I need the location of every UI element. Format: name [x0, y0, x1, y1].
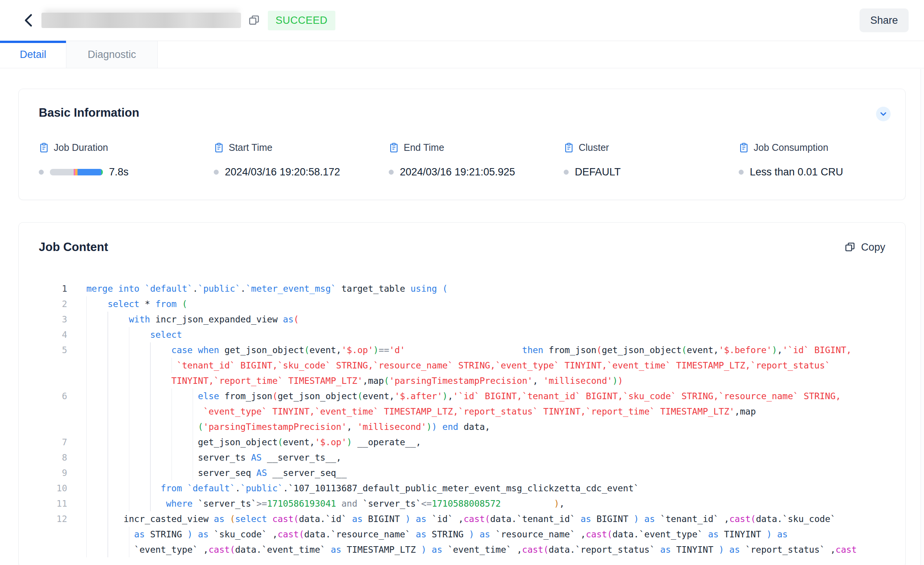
code-line: 2select * from (	[39, 296, 885, 312]
field-label: Job Consumption	[754, 142, 828, 153]
copy-icon	[844, 241, 856, 253]
line-number: 1	[39, 281, 67, 296]
line-number: 9	[39, 465, 67, 481]
tab-diagnostic[interactable]: Diagnostic	[66, 41, 158, 68]
duration-bar-segment	[50, 169, 74, 175]
copy-code-button[interactable]: Copy	[844, 241, 885, 253]
code-line: 7get_json_object(event,'$.op') __operate…	[39, 434, 885, 450]
chevron-down-icon	[879, 110, 887, 118]
indent-guides	[86, 542, 134, 557]
code-line: 8server_ts AS __server_ts__,	[39, 450, 885, 465]
indent-guides	[86, 373, 172, 388]
duration-bar-segment	[101, 169, 103, 175]
status-badge: SUCCEED	[268, 11, 335, 30]
copy-icon	[248, 14, 260, 26]
line-number: 6	[39, 388, 67, 404]
line-number	[39, 358, 67, 373]
indent-guides	[86, 419, 198, 434]
clipboard-icon	[564, 142, 574, 153]
page-scrollbar[interactable]	[921, 69, 924, 565]
field-end-time: End Time 2024/03/16 19:21:05.925	[389, 142, 564, 178]
copy-job-name-button[interactable]	[248, 14, 260, 26]
indent-guides	[86, 527, 134, 542]
basic-information-card: Basic Information Job Duration	[18, 89, 906, 200]
indent-guides	[86, 450, 198, 465]
field-value: Less than 0.01 CRU	[750, 166, 843, 178]
code-line: 6else from_json(get_json_object(event,'$…	[39, 388, 885, 404]
field-label: Job Duration	[54, 142, 108, 153]
code-line: 11where `server_ts`>=1710586193041 and `…	[39, 496, 885, 511]
bullet-dot	[389, 170, 394, 175]
indent-guides	[86, 327, 150, 342]
line-number	[39, 542, 67, 557]
code-line: `tenant_id` BIGINT,`sku_code` STRING,`re…	[39, 358, 885, 373]
line-number: 12	[39, 511, 67, 527]
line-number: 5	[39, 342, 67, 358]
line-number: 11	[39, 496, 67, 511]
clipboard-icon	[739, 142, 749, 153]
sql-code-editor[interactable]: 1merge into `default`.`public`.`meter_ev…	[39, 281, 885, 557]
bullet-dot	[564, 170, 569, 175]
tab-detail[interactable]: Detail	[0, 41, 66, 68]
job-duration-bar	[50, 169, 103, 175]
field-value: 2024/03/16 19:21:05.925	[400, 166, 515, 178]
line-number	[39, 527, 67, 542]
basic-information-title: Basic Information	[39, 106, 885, 120]
line-number: 7	[39, 434, 67, 450]
share-button[interactable]: Share	[860, 8, 909, 32]
field-job-consumption: Job Consumption Less than 0.01 CRU	[739, 142, 843, 178]
duration-bar-segment	[78, 169, 101, 175]
code-line: 1merge into `default`.`public`.`meter_ev…	[39, 281, 885, 296]
indent-guides	[86, 388, 198, 404]
bullet-dot	[739, 170, 744, 175]
field-value: 7.8s	[109, 166, 129, 178]
field-value: 2024/03/16 19:20:58.172	[225, 166, 340, 178]
code-line: TINYINT,`report_time` TIMESTAMP_LTZ',map…	[39, 373, 885, 388]
job-content-title: Job Content	[39, 240, 108, 254]
field-job-duration: Job Duration 7.8s	[39, 142, 214, 178]
line-number: 10	[39, 481, 67, 496]
clipboard-icon	[214, 142, 224, 153]
code-line: 10from `default`.`public`.`107_10113687_…	[39, 481, 885, 496]
copy-label: Copy	[861, 241, 885, 253]
field-label: Cluster	[579, 142, 609, 153]
code-line: as STRING ) as `sku_code` ,cast(data.`re…	[39, 527, 885, 542]
line-number	[39, 404, 67, 419]
code-line: `event_type` ,cast(data.`event_time` as …	[39, 542, 885, 557]
line-number: 4	[39, 327, 67, 342]
job-name-redacted	[41, 13, 241, 28]
field-cluster: Cluster DEFAULT	[564, 142, 739, 178]
indent-guides	[86, 434, 198, 450]
clipboard-icon	[389, 142, 399, 153]
line-number	[39, 373, 67, 388]
code-line: 12incr_casted_view as (select cast(data.…	[39, 511, 885, 527]
line-number	[39, 419, 67, 434]
indent-guides	[86, 358, 177, 373]
code-line: `event_type` TINYINT,`event_time` TIMEST…	[39, 404, 885, 419]
indent-guides	[86, 312, 129, 327]
code-line: 5case when get_json_object(event,'$.op')…	[39, 342, 885, 358]
indent-guides	[86, 404, 203, 419]
line-number: 3	[39, 312, 67, 327]
code-line: 4select	[39, 327, 885, 342]
indent-guides	[86, 465, 198, 481]
collapse-button[interactable]	[876, 107, 891, 121]
basic-information-fields: Job Duration 7.8s Start Time 2	[39, 142, 885, 178]
job-content-card: Job Content Copy 1merge into `default`.`…	[18, 222, 906, 565]
bullet-dot	[39, 170, 44, 175]
line-number: 8	[39, 450, 67, 465]
indent-guides	[86, 296, 107, 312]
tab-bar: Detail Diagnostic	[0, 41, 924, 68]
bullet-dot	[214, 170, 219, 175]
indent-guides	[86, 342, 172, 358]
code-line: 3with incr_json_expanded_view as(	[39, 312, 885, 327]
line-number: 2	[39, 296, 67, 312]
field-label: Start Time	[229, 142, 272, 153]
indent-guides	[86, 496, 166, 511]
page-header: SUCCEED Share	[0, 0, 924, 41]
indent-guides	[86, 481, 161, 496]
back-button[interactable]	[20, 12, 37, 29]
field-value: DEFAULT	[575, 166, 621, 178]
code-line: 9server_seq AS __server_seq__	[39, 465, 885, 481]
chevron-left-icon	[23, 13, 33, 28]
